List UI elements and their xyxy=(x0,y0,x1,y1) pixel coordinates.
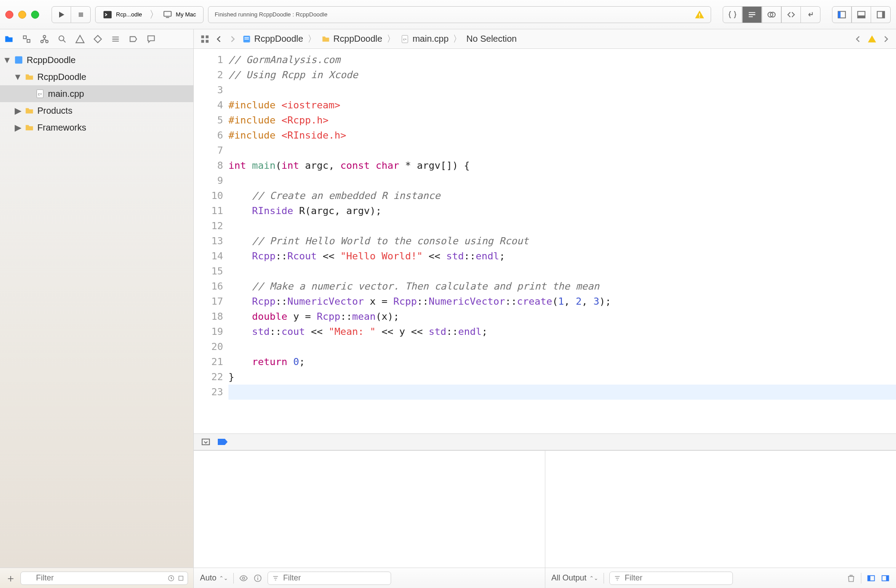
chevron-right-icon[interactable] xyxy=(882,35,890,43)
svg-rect-21 xyxy=(206,35,208,38)
variables-filter-input[interactable] xyxy=(268,572,391,585)
line-gutter: 1234567891011121314151617181920212223 xyxy=(194,49,228,433)
console-output-selector[interactable]: All Output ⌃⌄ xyxy=(552,573,598,583)
chevron-icon: 〉 xyxy=(451,33,464,45)
cpp-file-icon: c+ xyxy=(35,88,45,99)
tree-label: RcppDoodle xyxy=(37,72,86,82)
scheme-selector[interactable]: Rcp...odle 〉 My Mac xyxy=(95,6,204,23)
navigator-filter-input[interactable] xyxy=(20,572,188,585)
paragraph-icon xyxy=(747,10,757,20)
svg-rect-37 xyxy=(257,577,258,580)
chevron-right-icon xyxy=(228,35,236,43)
debug-toolbar xyxy=(194,433,896,450)
console-filter-input[interactable] xyxy=(609,572,733,585)
disclosure-triangle-icon[interactable]: ▼ xyxy=(4,55,11,65)
breakpoint-toggle-button[interactable] xyxy=(217,437,228,446)
chevron-left-icon[interactable] xyxy=(854,35,862,43)
variables-body[interactable] xyxy=(194,451,545,568)
folder-icon xyxy=(4,34,14,44)
standard-editor-button[interactable] xyxy=(723,6,742,23)
close-window-button[interactable] xyxy=(5,11,13,19)
cpp-file-icon: c+ xyxy=(400,34,410,44)
quicklook-button[interactable] xyxy=(239,574,248,583)
report-navigator-tab[interactable] xyxy=(142,34,160,44)
file-tree[interactable]: ▼ RcppDoodle ▼ RcppDoodle c+ main.cpp ▶ … xyxy=(0,49,193,568)
tree-group[interactable]: ▼ RcppDoodle xyxy=(0,68,193,85)
run-button[interactable] xyxy=(52,6,71,23)
add-button[interactable]: ＋ xyxy=(5,571,16,585)
variables-filter[interactable] xyxy=(268,572,538,585)
speech-icon xyxy=(146,34,156,44)
symbol-navigator-tab[interactable] xyxy=(36,34,53,44)
find-navigator-tab[interactable] xyxy=(53,34,71,44)
jump-file: main.cpp xyxy=(412,34,448,44)
disclosure-triangle-icon[interactable]: ▼ xyxy=(14,72,21,82)
scheme-destination[interactable]: My Mac xyxy=(156,7,204,23)
debug-navigator-tab[interactable] xyxy=(107,34,124,44)
history-back-button[interactable] xyxy=(215,35,223,43)
toggle-inspector-button[interactable] xyxy=(871,6,891,23)
window-toolbar: Rcp...odle 〉 My Mac Finished running Rcp… xyxy=(0,0,896,29)
updown-icon: ⌃⌄ xyxy=(219,575,228,581)
canvas-editor-button[interactable] xyxy=(801,6,820,23)
tree-frameworks[interactable]: ▶ Frameworks xyxy=(0,119,193,136)
review-editor-button[interactable] xyxy=(781,6,801,23)
jump-path[interactable]: RcppDoodle 〉 RcppDoodle 〉 c+ main.cpp 〉 … xyxy=(242,33,517,45)
breakpoint-navigator-tab[interactable] xyxy=(124,34,142,44)
jump-group: RcppDoodle xyxy=(333,34,382,44)
assistant-editor-button[interactable] xyxy=(742,6,762,23)
svg-rect-5 xyxy=(699,16,700,17)
console-filter[interactable] xyxy=(609,572,841,585)
test-navigator-tab[interactable] xyxy=(89,34,107,44)
mac-icon xyxy=(163,10,172,20)
svg-text:c+: c+ xyxy=(403,37,407,41)
tree-file-main[interactable]: c+ main.cpp xyxy=(0,85,193,102)
disclosure-triangle-icon[interactable]: ▶ xyxy=(14,105,21,116)
clear-console-button[interactable] xyxy=(847,574,856,583)
project-navigator-tab[interactable] xyxy=(0,34,18,44)
source-editor[interactable]: 1234567891011121314151617181920212223 //… xyxy=(194,49,896,433)
console-body[interactable] xyxy=(545,451,896,568)
issue-navigator-tab[interactable] xyxy=(71,34,89,44)
activity-viewer[interactable]: Finished running RcppDoodle : RcppDoodle xyxy=(208,6,711,23)
svg-rect-14 xyxy=(24,36,26,38)
clock-icon[interactable] xyxy=(168,575,175,582)
svg-rect-33 xyxy=(179,576,183,580)
scope-label: Auto xyxy=(200,573,216,583)
scheme-target[interactable]: Rcp...odle xyxy=(96,7,149,23)
navigator-filter[interactable] xyxy=(20,572,188,585)
toggle-debug-button[interactable] xyxy=(852,6,871,23)
show-console-button[interactable] xyxy=(881,574,890,583)
breakpoint-icon xyxy=(217,437,228,446)
tree-products[interactable]: ▶ Products xyxy=(0,102,193,119)
info-button[interactable] xyxy=(253,574,262,583)
zoom-window-button[interactable] xyxy=(31,11,39,19)
source-control-navigator-tab[interactable] xyxy=(18,34,36,44)
issues-mini-icon[interactable] xyxy=(868,35,876,44)
console-view: All Output ⌃⌄ xyxy=(545,451,896,588)
left-pane-icon xyxy=(867,574,876,583)
svg-rect-13 xyxy=(882,11,884,18)
history-forward-button[interactable] xyxy=(228,35,236,43)
debug-dropdown-button[interactable] xyxy=(201,437,211,447)
code-content[interactable]: // GormAnalysis.com// Using Rcpp in Xcod… xyxy=(228,49,896,433)
scm-icon[interactable] xyxy=(177,575,184,582)
updown-icon: ⌃⌄ xyxy=(589,575,598,581)
show-variables-button[interactable] xyxy=(867,574,876,583)
dropdown-box-icon xyxy=(201,437,211,447)
related-items-button[interactable] xyxy=(200,34,210,44)
stop-button[interactable] xyxy=(71,6,91,23)
issues-indicator[interactable] xyxy=(695,10,704,20)
variables-scope-selector[interactable]: Auto ⌃⌄ xyxy=(200,573,228,583)
right-panel-icon xyxy=(876,10,886,20)
toggle-navigator-button[interactable] xyxy=(832,6,852,23)
project-icon xyxy=(13,55,24,65)
disclosure-triangle-icon[interactable]: ▶ xyxy=(14,122,21,133)
version-editor-button[interactable] xyxy=(762,6,781,23)
minimize-window-button[interactable] xyxy=(18,11,26,19)
output-label: All Output xyxy=(552,573,587,583)
tree-project-root[interactable]: ▼ RcppDoodle xyxy=(0,52,193,68)
tree-label: main.cpp xyxy=(48,89,84,99)
svg-rect-34 xyxy=(202,439,210,445)
svg-rect-15 xyxy=(27,39,30,42)
